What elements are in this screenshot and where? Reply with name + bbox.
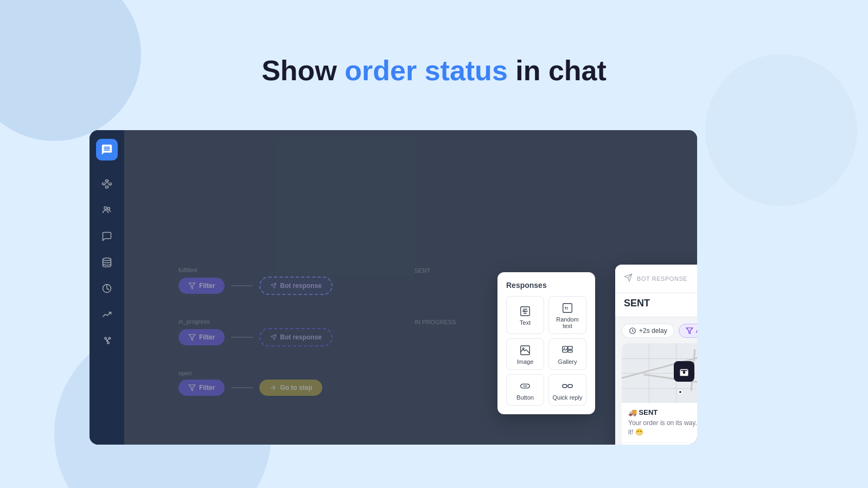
response-item-button[interactable]: Button xyxy=(506,374,544,406)
panel-subtitle: BOT RESPONSE xyxy=(637,275,687,282)
chips-row: +2s delay Add filter xyxy=(622,324,697,338)
panel-title-row: SENT xyxy=(615,293,697,317)
paper-plane-icon xyxy=(624,273,633,282)
svg-point-10 xyxy=(103,258,111,261)
canvas-area: fulfilled Filter Bot response SENT in_pr… xyxy=(124,130,697,445)
bg-blob-top-left xyxy=(0,0,141,141)
chat-card-title: 🚚 SENT xyxy=(622,403,697,419)
response-item-text[interactable]: Tt Text xyxy=(506,296,544,334)
response-item-random-text-label: Random text xyxy=(552,316,583,329)
title-highlight: order status xyxy=(344,55,508,86)
svg-point-9 xyxy=(107,208,110,210)
conversations-icon xyxy=(101,231,112,242)
random-text-icon: Tt xyxy=(561,302,573,314)
svg-rect-3 xyxy=(106,186,108,188)
ui-container: fulfilled Filter Bot response SENT in_pr… xyxy=(90,130,697,445)
response-item-image[interactable]: Image xyxy=(506,338,544,370)
send-icon-panel xyxy=(624,273,633,284)
org-chart-icon xyxy=(101,179,112,190)
sidebar-item-database[interactable] xyxy=(96,252,118,273)
map-card[interactable]: 🚚 SENT Your order is on its way. Wait fo… xyxy=(622,343,697,445)
filter-chip-icon xyxy=(686,327,693,335)
users-icon xyxy=(101,205,112,216)
response-item-button-label: Button xyxy=(516,394,534,401)
map-pin xyxy=(674,361,694,382)
quick-reply-icon xyxy=(561,380,573,392)
panel-title: SENT xyxy=(624,298,697,309)
panel-body: +2s delay Add filter xyxy=(615,317,697,445)
svg-rect-34 xyxy=(568,346,572,350)
svg-point-8 xyxy=(104,207,107,209)
map-image xyxy=(622,343,697,403)
panel-header: BOT RESPONSE ✕ ✓ xyxy=(615,265,697,293)
chat-bubble-icon xyxy=(101,144,113,156)
response-item-text-label: Text xyxy=(520,319,531,326)
svg-rect-0 xyxy=(106,180,108,182)
map-grid-h3 xyxy=(622,388,697,389)
sidebar-item-trends[interactable] xyxy=(96,304,118,325)
sidebar-item-integrations[interactable] xyxy=(96,330,118,351)
page-title: Show order status in chat xyxy=(261,54,607,87)
svg-point-12 xyxy=(105,337,106,339)
svg-point-13 xyxy=(107,342,109,344)
map-dot xyxy=(678,390,682,394)
trends-icon xyxy=(101,309,112,320)
sidebar-logo[interactable] xyxy=(96,139,118,160)
database-icon xyxy=(101,257,112,268)
svg-rect-35 xyxy=(568,350,572,352)
responses-grid: Tt Text Tt Random text xyxy=(506,296,586,406)
sidebar xyxy=(90,130,124,445)
map-grid-h1 xyxy=(622,358,697,359)
response-item-quick-reply[interactable]: Quick reply xyxy=(548,374,586,406)
response-item-quick-reply-label: Quick reply xyxy=(552,394,582,401)
track-package-btn[interactable]: Track package xyxy=(622,443,697,445)
image-icon xyxy=(519,344,531,356)
bg-blob-right xyxy=(705,54,857,206)
svg-rect-39 xyxy=(563,384,567,388)
panel-header-left: BOT RESPONSE xyxy=(624,273,687,284)
svg-point-14 xyxy=(108,337,110,339)
integrations-icon xyxy=(101,335,112,346)
sidebar-item-analytics[interactable] xyxy=(96,278,118,299)
button-icon xyxy=(519,380,531,392)
svg-text:Tt: Tt xyxy=(565,306,569,310)
svg-marker-44 xyxy=(686,328,693,334)
sidebar-item-users[interactable] xyxy=(96,200,118,221)
analytics-icon xyxy=(101,283,112,294)
svg-rect-40 xyxy=(568,384,572,388)
responses-title: Responses xyxy=(506,281,586,290)
clock-icon xyxy=(629,327,636,335)
response-item-gallery-label: Gallery xyxy=(558,358,577,365)
title-part1: Show xyxy=(261,55,344,86)
response-item-image-label: Image xyxy=(517,358,534,365)
canvas-overlay xyxy=(124,130,697,445)
response-item-gallery[interactable]: Gallery xyxy=(548,338,586,370)
gallery-icon xyxy=(561,344,573,356)
package-icon xyxy=(679,366,690,377)
title-part2: in chat xyxy=(508,55,607,86)
response-item-random-text[interactable]: Tt Random text xyxy=(548,296,586,334)
card-row: 🚚 SENT Your order is on its way. Wait fo… xyxy=(622,343,697,445)
responses-popup: Responses Tt Text xyxy=(497,272,595,414)
text-icon: Tt xyxy=(519,305,531,317)
chat-card-text: Your order is on its way. Wait for it! 😁 xyxy=(622,419,697,442)
bot-response-panel: BOT RESPONSE ✕ ✓ SENT +2s delay xyxy=(615,265,697,445)
sidebar-item-org-chart[interactable] xyxy=(96,174,118,195)
svg-point-36 xyxy=(564,348,565,349)
filter-chip[interactable]: Add filter xyxy=(679,324,697,338)
sidebar-item-conversations[interactable] xyxy=(96,226,118,247)
delay-chip[interactable]: +2s delay xyxy=(622,324,674,338)
svg-text:Tt: Tt xyxy=(522,310,525,313)
map-grid-v1 xyxy=(649,343,649,403)
